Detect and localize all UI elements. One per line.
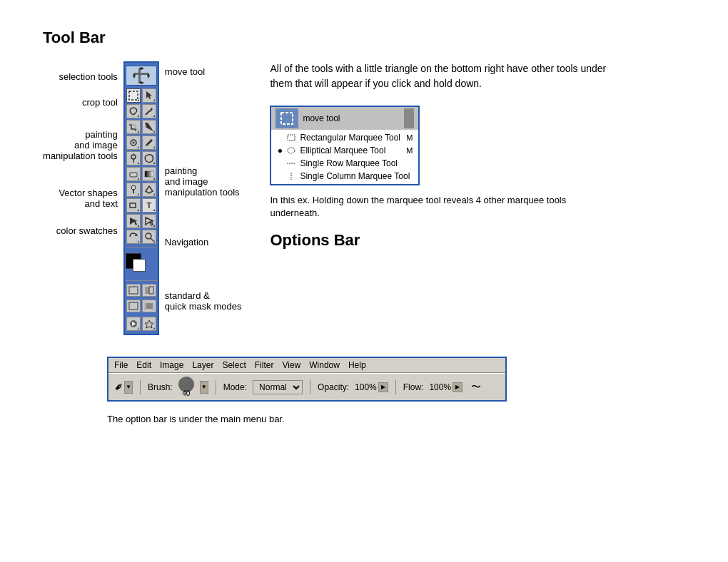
- menu-edit[interactable]: Edit: [136, 360, 151, 370]
- options-toolbar: ✒ ▼ Brush: 40 ▼ Mode: Normal Multiply Sc…: [108, 373, 505, 400]
- svg-marker-7: [146, 91, 152, 99]
- mode-select[interactable]: Normal Multiply Screen: [253, 380, 303, 394]
- svg-rect-30: [129, 302, 138, 310]
- full-screen-menu-btn[interactable]: [142, 300, 156, 312]
- single-col-label: Single Column Marquee Tool: [300, 171, 410, 181]
- sep4: [395, 380, 396, 394]
- popup-item-elliptical[interactable]: ● Elliptical Marquee Tool M: [271, 144, 418, 157]
- options-caption: The option bar is under the main menu ba…: [107, 413, 507, 426]
- mask-buttons: [126, 284, 156, 297]
- zoom-tool[interactable]: [142, 230, 156, 244]
- move-tool-label: move tool: [165, 66, 205, 77]
- toolbar-diagram: selection tools crop tool paintingand im…: [43, 61, 241, 335]
- popup-body: Rectangular Marquee Tool M ● Elliptical …: [271, 130, 418, 184]
- marquee-tool[interactable]: [126, 88, 141, 103]
- brush-label: Brush:: [148, 382, 173, 392]
- svg-point-25: [146, 233, 151, 239]
- svg-point-14: [131, 155, 136, 159]
- popup-header: move tool: [271, 107, 418, 130]
- text-tool[interactable]: T: [142, 198, 156, 213]
- jump-to-imageready[interactable]: [126, 317, 141, 331]
- svg-rect-27: [129, 287, 138, 294]
- ellipse-icon: [287, 147, 295, 154]
- standard-label: standard &quick mask modes: [165, 290, 242, 312]
- sep2: [216, 380, 216, 394]
- svg-rect-31: [144, 302, 154, 310]
- airbrush-icon[interactable]: 〜: [471, 381, 481, 394]
- extra-tool[interactable]: [142, 317, 156, 331]
- right-labels: move tool paintingand imagemanipulation …: [159, 61, 242, 314]
- single-col-icon: [287, 173, 295, 180]
- options-bar-title: Options Bar: [270, 231, 612, 250]
- options-bar-container: File Edit Image Layer Select Filter View…: [107, 357, 507, 402]
- shape-tool[interactable]: [126, 198, 141, 213]
- menu-view[interactable]: View: [282, 360, 300, 370]
- svg-marker-9: [150, 108, 153, 112]
- gradient-tool[interactable]: [142, 167, 156, 181]
- svg-rect-0: [138, 68, 141, 83]
- vector-label: Vector shapesand text: [59, 188, 117, 209]
- lasso-tool[interactable]: [126, 104, 141, 118]
- shortcut-m2: M: [406, 146, 413, 155]
- main-description: All of the tools with a little triangle …: [270, 61, 612, 91]
- elliptical-label: Elliptical Marquee Tool: [300, 145, 385, 155]
- menu-layer[interactable]: Layer: [192, 360, 213, 370]
- menu-select[interactable]: Select: [222, 360, 246, 370]
- opacity-value: 100% ▶: [355, 382, 388, 392]
- toolbar-top-icon: [133, 67, 150, 84]
- popup-item-single-col[interactable]: Single Column Marquee Tool: [271, 170, 418, 183]
- direct-select-tool[interactable]: [142, 214, 156, 228]
- painting-label: paintingand imagemanipulation tools: [43, 129, 118, 161]
- dodge-tool[interactable]: [126, 183, 141, 197]
- bullet-2: ●: [277, 145, 283, 155]
- brush-size: 40: [182, 389, 190, 397]
- popup-item-single-row[interactable]: Single Row Marquee Tool: [271, 157, 418, 170]
- clone-tool[interactable]: [126, 151, 141, 165]
- crop-tool-icon[interactable]: [126, 120, 141, 134]
- color-swatch[interactable]: [126, 253, 157, 275]
- menu-image[interactable]: Image: [160, 360, 183, 370]
- popup-item-rectangular[interactable]: Rectangular Marquee Tool M: [271, 131, 418, 144]
- single-row-label: Single Row Marquee Tool: [300, 158, 398, 168]
- standard-mode-btn[interactable]: [126, 284, 141, 297]
- move-tool[interactable]: [142, 88, 156, 103]
- opacity-arrow[interactable]: ▶: [378, 382, 388, 392]
- healing-tool[interactable]: [126, 136, 141, 150]
- svg-marker-22: [130, 218, 138, 225]
- path-select-tool[interactable]: [126, 214, 141, 228]
- pen-tool[interactable]: [142, 183, 156, 197]
- brush-tool[interactable]: [142, 136, 156, 150]
- popup-header-icon: [275, 108, 298, 128]
- svg-rect-17: [130, 173, 137, 177]
- flow-arrow[interactable]: ▶: [453, 382, 462, 392]
- selection-tools-label: selection tools: [59, 71, 117, 82]
- svg-marker-23: [146, 218, 153, 225]
- svg-marker-10: [145, 123, 153, 131]
- svg-point-19: [131, 185, 136, 190]
- brush-size-dropdown[interactable]: ▼: [200, 381, 208, 394]
- menu-filter[interactable]: Filter: [255, 360, 274, 370]
- rotate-tool[interactable]: [126, 230, 141, 244]
- opacity-label: Opacity:: [318, 382, 349, 392]
- options-bar-wrapper: File Edit Image Layer Select Filter View…: [107, 357, 507, 426]
- painting-right-label: paintingand imagemanipulation tools: [165, 165, 240, 198]
- quick-mask-btn[interactable]: [142, 284, 156, 297]
- background-color[interactable]: [133, 259, 146, 272]
- svg-rect-28: [145, 287, 149, 294]
- normal-screen-btn[interactable]: [126, 300, 141, 312]
- page-title: Tool Bar: [43, 29, 685, 47]
- svg-rect-20: [133, 190, 134, 193]
- history-tool[interactable]: [142, 151, 156, 165]
- svg-rect-18: [145, 171, 153, 177]
- eraser-tool[interactable]: [126, 167, 141, 181]
- mode-label: Mode:: [223, 382, 247, 392]
- magic-wand-tool[interactable]: [142, 104, 156, 118]
- menu-file[interactable]: File: [114, 360, 128, 370]
- menu-window[interactable]: Window: [309, 360, 340, 370]
- svg-rect-36: [288, 135, 295, 140]
- flow-label: Flow:: [403, 382, 424, 392]
- slice-tool[interactable]: [142, 120, 156, 134]
- svg-rect-21: [130, 203, 136, 208]
- menu-help[interactable]: Help: [348, 360, 366, 370]
- marquee-caption: In this ex. Holding down the marquee too…: [270, 194, 612, 220]
